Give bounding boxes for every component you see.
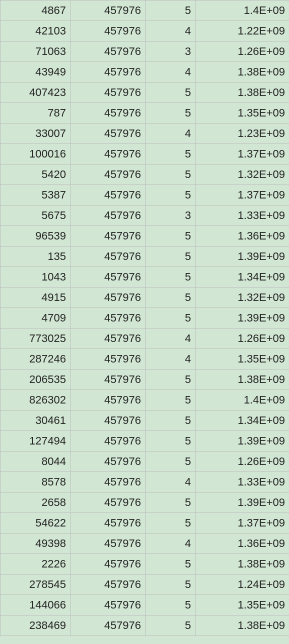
cell[interactable]: 96539 <box>0 226 70 246</box>
cell[interactable]: 54622 <box>0 513 70 534</box>
cell[interactable]: 5 <box>146 513 196 534</box>
cell[interactable]: 457976 <box>70 452 146 472</box>
cell[interactable]: 457976 <box>70 42 146 62</box>
cell[interactable]: 5420 <box>0 164 70 185</box>
cell[interactable]: 144066 <box>0 595 70 616</box>
cell[interactable]: 457976 <box>70 185 146 206</box>
cell[interactable]: 49398 <box>0 534 70 554</box>
cell[interactable]: 1.36E+09 <box>196 226 290 246</box>
cell[interactable]: 457976 <box>70 513 146 534</box>
cell[interactable]: 4 <box>146 472 196 492</box>
cell[interactable]: 30461 <box>0 410 70 431</box>
cell[interactable]: 5 <box>146 308 196 328</box>
cell[interactable]: 457976 <box>70 21 146 42</box>
cell[interactable]: 1.22E+09 <box>196 21 290 42</box>
cell[interactable]: 1.36E+09 <box>196 534 290 554</box>
cell[interactable]: 5 <box>146 0 196 21</box>
cell[interactable]: 4 <box>146 62 196 82</box>
cell[interactable]: 1.38E+09 <box>196 62 290 82</box>
cell[interactable]: 1.34E+09 <box>196 267 290 288</box>
cell[interactable]: 457976 <box>70 0 146 21</box>
cell[interactable]: 5 <box>146 554 196 574</box>
cell[interactable]: 1043 <box>0 267 70 288</box>
cell[interactable]: 5 <box>146 370 196 390</box>
cell[interactable]: 457976 <box>70 492 146 513</box>
cell[interactable]: 5 <box>146 226 196 246</box>
cell[interactable]: 457976 <box>70 574 146 595</box>
spreadsheet-table[interactable]: 486745797651.4E+094210345797641.22E+0971… <box>0 0 289 636</box>
cell[interactable]: 3 <box>146 206 196 226</box>
cell[interactable]: 5 <box>146 452 196 472</box>
cell[interactable]: 5 <box>146 246 196 267</box>
cell[interactable]: 5 <box>146 431 196 452</box>
cell[interactable]: 457976 <box>70 308 146 328</box>
cell[interactable]: 787 <box>0 103 70 124</box>
cell[interactable]: 5 <box>146 492 196 513</box>
cell[interactable]: 457976 <box>70 410 146 431</box>
cell[interactable]: 4867 <box>0 0 70 21</box>
cell[interactable]: 5 <box>146 595 196 616</box>
cell[interactable]: 1.32E+09 <box>196 164 290 185</box>
cell[interactable]: 1.37E+09 <box>196 513 290 534</box>
cell[interactable]: 43949 <box>0 62 70 82</box>
cell[interactable]: 1.35E+09 <box>196 103 290 124</box>
cell[interactable]: 457976 <box>70 554 146 574</box>
cell[interactable]: 1.39E+09 <box>196 492 290 513</box>
cell[interactable]: 457976 <box>70 370 146 390</box>
cell[interactable]: 457976 <box>70 246 146 267</box>
cell[interactable]: 1.38E+09 <box>196 370 290 390</box>
cell[interactable]: 8578 <box>0 472 70 492</box>
cell[interactable]: 4 <box>146 21 196 42</box>
cell[interactable]: 1.38E+09 <box>196 554 290 574</box>
cell[interactable]: 1.4E+09 <box>196 0 290 21</box>
cell[interactable]: 5 <box>146 82 196 103</box>
cell[interactable]: 100016 <box>0 144 70 164</box>
cell[interactable]: 5 <box>146 164 196 185</box>
cell[interactable]: 5675 <box>0 206 70 226</box>
cell[interactable]: 238469 <box>0 616 70 636</box>
cell[interactable]: 1.33E+09 <box>196 472 290 492</box>
cell[interactable]: 1.24E+09 <box>196 574 290 595</box>
cell[interactable]: 5387 <box>0 185 70 206</box>
cell[interactable]: 773025 <box>0 328 70 349</box>
cell[interactable]: 457976 <box>70 103 146 124</box>
cell[interactable]: 457976 <box>70 62 146 82</box>
cell[interactable]: 1.39E+09 <box>196 246 290 267</box>
cell[interactable]: 5 <box>146 574 196 595</box>
cell[interactable]: 5 <box>146 185 196 206</box>
cell[interactable]: 5 <box>146 390 196 410</box>
cell[interactable]: 2658 <box>0 492 70 513</box>
cell[interactable]: 1.23E+09 <box>196 124 290 144</box>
cell[interactable]: 457976 <box>70 124 146 144</box>
cell[interactable]: 1.35E+09 <box>196 595 290 616</box>
cell[interactable]: 4 <box>146 328 196 349</box>
cell[interactable]: 407423 <box>0 82 70 103</box>
cell[interactable]: 1.35E+09 <box>196 349 290 370</box>
cell[interactable]: 457976 <box>70 534 146 554</box>
cell[interactable]: 33007 <box>0 124 70 144</box>
cell[interactable]: 1.37E+09 <box>196 185 290 206</box>
cell[interactable]: 457976 <box>70 390 146 410</box>
cell[interactable]: 5 <box>146 103 196 124</box>
cell[interactable]: 457976 <box>70 472 146 492</box>
cell[interactable]: 4 <box>146 534 196 554</box>
cell[interactable]: 457976 <box>70 82 146 103</box>
cell[interactable]: 1.38E+09 <box>196 82 290 103</box>
cell[interactable]: 1.26E+09 <box>196 452 290 472</box>
cell[interactable]: 457976 <box>70 226 146 246</box>
cell[interactable]: 457976 <box>70 328 146 349</box>
cell[interactable]: 457976 <box>70 288 146 308</box>
cell[interactable]: 1.39E+09 <box>196 308 290 328</box>
cell[interactable]: 4915 <box>0 288 70 308</box>
cell[interactable]: 287246 <box>0 349 70 370</box>
cell[interactable]: 457976 <box>70 431 146 452</box>
cell[interactable]: 457976 <box>70 144 146 164</box>
cell[interactable]: 457976 <box>70 164 146 185</box>
cell[interactable]: 71063 <box>0 42 70 62</box>
cell[interactable]: 457976 <box>70 616 146 636</box>
cell[interactable]: 457976 <box>70 595 146 616</box>
cell[interactable]: 1.26E+09 <box>196 328 290 349</box>
cell[interactable]: 457976 <box>70 267 146 288</box>
cell[interactable]: 8044 <box>0 452 70 472</box>
cell[interactable]: 278545 <box>0 574 70 595</box>
